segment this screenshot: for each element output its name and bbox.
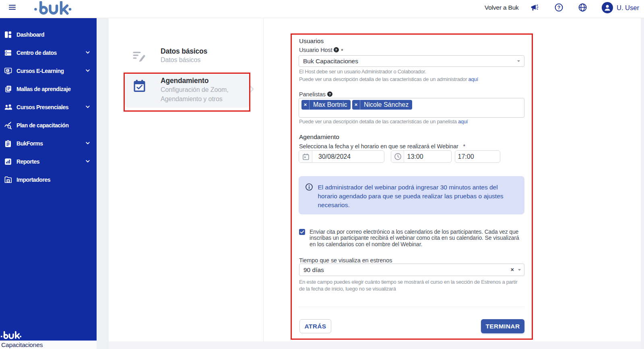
svg-text:?: ? [557, 5, 561, 10]
